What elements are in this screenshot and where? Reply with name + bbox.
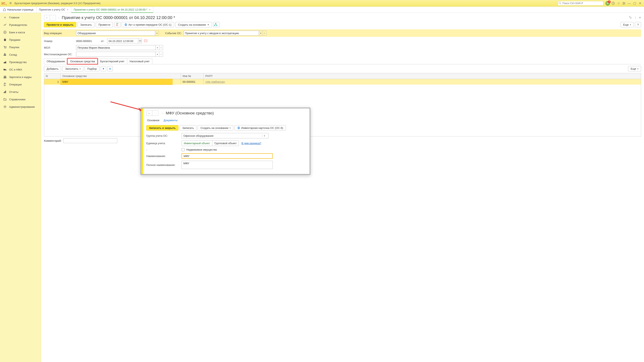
close-tab-icon[interactable]: × (149, 8, 151, 11)
sidebar-item-main[interactable]: ≡Главное (0, 14, 41, 21)
main-menu-icon[interactable]: ≡ (8, 1, 13, 5)
create-based-button[interactable]: Создать на основании▼ (175, 22, 212, 27)
move-down-button[interactable] (107, 66, 113, 71)
sidebar-item-reports[interactable]: Отчеты (0, 88, 41, 96)
calendar-icon[interactable] (138, 38, 142, 43)
segment-label: Инвентарный объект (184, 142, 210, 145)
sidebar-item-warehouse[interactable]: Склад (0, 51, 41, 58)
sidebar-item-assets[interactable]: ОС и НМА (0, 66, 41, 73)
open-reference-icon[interactable]: ▫ (159, 52, 163, 57)
col-header-rnpt[interactable]: РНПТ (204, 73, 641, 79)
save-button[interactable]: Записать (78, 22, 94, 27)
dropdown-icon[interactable]: ▾ (262, 135, 267, 137)
sidebar-item-catalogs[interactable]: Справочники (0, 96, 41, 103)
popup-save-close-button[interactable]: Записать и закрыть (146, 125, 178, 131)
history-icon[interactable] (611, 1, 616, 6)
button-label: Подбор (87, 67, 97, 70)
subtab-accounting[interactable]: Бухгалтерский учет (98, 58, 127, 64)
org-icon[interactable] (144, 39, 147, 43)
popup-inventory-card-button[interactable]: Инвентарная карточка ОС (ОС-6) (234, 125, 286, 131)
favorites-icon[interactable]: ☆ (616, 1, 621, 6)
segment-group[interactable]: Групповой объект (212, 141, 239, 146)
button-label: Создать на основании (178, 23, 206, 26)
move-up-button[interactable] (101, 66, 106, 71)
home-tab[interactable]: Начальная страница (0, 7, 36, 13)
cell-asset-name[interactable]: МФУ (61, 79, 172, 85)
kebab-menu-icon[interactable]: ⋮ (634, 16, 637, 19)
close-window-icon[interactable]: ✕ (638, 1, 642, 6)
operation-type-select[interactable]: Оборудование (76, 31, 155, 36)
cell-rnpt[interactable]: <Не требуется> (204, 79, 641, 85)
popup-forward-button[interactable]: → (152, 111, 158, 116)
dropdown-icon[interactable]: ▾ (259, 31, 263, 36)
tab-label: Принятие к учету ОС (39, 8, 65, 11)
settings-icon[interactable] (622, 1, 626, 6)
print-act-button[interactable]: Акт о приеме-передаче ОС (ОС-1) (122, 22, 174, 27)
popup-tab-docs[interactable]: Документы (164, 118, 178, 123)
structure-button[interactable] (213, 22, 220, 27)
col-header-n[interactable]: N (44, 73, 61, 79)
sidebar-item-operations[interactable]: ДтКтОперации (0, 81, 41, 88)
table-more-button[interactable]: Еще▾ (628, 66, 641, 71)
minimize-icon[interactable]: — (627, 1, 632, 6)
fill-button[interactable]: Заполнить▾ (62, 66, 83, 71)
post-button[interactable]: Провести (96, 22, 113, 27)
tab-doc-list[interactable]: Принятие к учету ОС × (36, 7, 71, 13)
mol-select[interactable]: Петрова Мария Ивановна (76, 45, 156, 50)
maximize-icon[interactable]: ▢ (632, 1, 637, 6)
date-input[interactable]: 04.10.2022 12:00:00 (107, 38, 138, 43)
comment-input[interactable] (64, 138, 117, 143)
pick-button[interactable]: Подбор (84, 66, 100, 71)
favorite-star-icon[interactable]: ☆ (58, 16, 60, 19)
col-header-inv[interactable]: Инв № (181, 73, 204, 79)
sidebar-item-purchases[interactable]: Покупки (0, 43, 41, 51)
sidebar-item-production[interactable]: Производство (0, 58, 41, 66)
add-row-button[interactable]: Добавить (44, 66, 61, 71)
popup-tab-main[interactable]: Основное (147, 118, 160, 123)
nav-forward-button[interactable]: → (50, 15, 56, 20)
subtab-fixed-assets[interactable]: Основные средства (67, 58, 98, 64)
open-reference-icon[interactable]: ▫ (263, 31, 266, 36)
table-row[interactable]: 1 МФУ 00-000001 <Не требуется> (44, 79, 641, 85)
post-and-close-button[interactable]: Провести и закрыть (44, 22, 76, 27)
app-title: Бухгалтерия предприятия (базовая), редак… (14, 2, 100, 5)
popup-title: МФУ (Основное средство) (166, 111, 214, 115)
dropdown-icon[interactable]: ▾ (156, 52, 159, 57)
sidebar-item-sales[interactable]: Продажи (0, 36, 41, 43)
col-header-asset[interactable]: Основное средство (61, 73, 181, 79)
realty-checkbox[interactable]: Недвижимое имущество (182, 148, 217, 151)
subtab-equipment[interactable]: Оборудование (44, 58, 68, 64)
close-tab-icon[interactable]: × (67, 8, 68, 11)
more-button[interactable]: Еще▾ (620, 22, 634, 27)
segment-inventory[interactable]: Инвентарный объект (182, 141, 212, 146)
global-search[interactable] (558, 1, 604, 5)
help-button[interactable]: ? (635, 22, 641, 27)
sidebar-item-manager[interactable]: Руководителю (0, 21, 41, 28)
link-icon[interactable] (629, 16, 632, 20)
event-select[interactable]: Принятие к учету с вводом в эксплуатацию (184, 31, 259, 36)
group-select[interactable]: Офисное оборудование▾ (182, 133, 268, 138)
location-select[interactable] (76, 52, 156, 57)
search-input[interactable] (562, 2, 602, 5)
close-form-icon[interactable]: ✕ (639, 16, 641, 19)
difference-link[interactable]: В чем разница? (242, 142, 261, 145)
popup-create-based-button[interactable]: Создать на основании▾ (198, 125, 233, 131)
notifications-icon[interactable]: ✉ 2 (605, 1, 610, 6)
tab-label: Документы (164, 119, 178, 122)
dtkt-button[interactable]: ДтКт (114, 22, 120, 27)
popup-star-icon[interactable]: ☆ (162, 112, 164, 115)
sidebar-item-bank[interactable]: ₽Банк и касса (0, 28, 41, 36)
tab-doc-current[interactable]: Принятие к учету ОС 0000-000001 от 04.10… (71, 7, 153, 13)
form-subtabs: Оборудование Основные средства Бухгалтер… (44, 58, 641, 64)
nav-back-button[interactable]: ← (44, 15, 50, 20)
fullname-input[interactable]: МФУ (182, 161, 273, 169)
dropdown-icon[interactable]: ▾ (156, 45, 159, 50)
subtab-tax[interactable]: Налоговый учет (127, 58, 152, 64)
popup-back-button[interactable]: ← (146, 111, 152, 116)
popup-save-button[interactable]: Записать (180, 125, 197, 131)
open-reference-icon[interactable]: ▫ (159, 45, 163, 50)
sidebar-item-payroll[interactable]: Зарплата и кадры (0, 73, 41, 81)
sidebar-item-admin[interactable]: Администрирование (0, 103, 41, 110)
name-input[interactable]: МФУ (182, 153, 273, 159)
dropdown-icon[interactable]: ▾ (155, 31, 159, 36)
